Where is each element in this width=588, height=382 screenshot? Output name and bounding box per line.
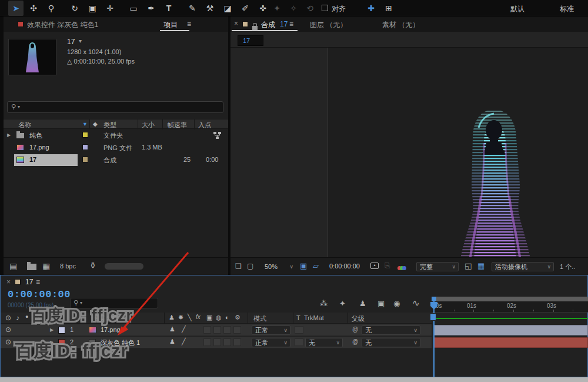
new-composition-icon[interactable]: ▦: [42, 261, 50, 271]
comp-mini-flowchart-icon[interactable]: ⁂: [320, 299, 328, 308]
eye-icon[interactable]: ⊙: [5, 338, 11, 346]
switch-box[interactable]: [213, 338, 221, 346]
hand-tool[interactable]: ✣: [26, 1, 41, 16]
marquee-grid-icon[interactable]: ⊞: [381, 1, 396, 16]
eye-icon[interactable]: ⊙: [5, 325, 11, 334]
camera-view-dropdown[interactable]: 活动摄像机 ∨: [492, 262, 554, 271]
label-chip[interactable]: [82, 132, 88, 138]
project-comp-name[interactable]: 17: [67, 38, 75, 46]
panel-menu-icon[interactable]: ≡: [36, 278, 40, 286]
solo-icon[interactable]: ●: [25, 314, 28, 320]
layer-name[interactable]: 17.png: [101, 326, 121, 333]
switch-box[interactable]: [223, 338, 231, 346]
workspace-standard[interactable]: 标准: [560, 4, 574, 14]
region-of-interest-icon[interactable]: ◱: [465, 261, 472, 270]
layer-label-chip[interactable]: [58, 327, 65, 334]
panel-menu-icon[interactable]: ≡: [289, 20, 293, 28]
workspace-default[interactable]: 默认: [510, 4, 524, 14]
column-name[interactable]: 名称: [18, 121, 31, 129]
shy-column-icon[interactable]: ♟: [169, 314, 175, 321]
tab-composition[interactable]: 合成: [261, 20, 275, 30]
t-checkbox[interactable]: [295, 326, 303, 334]
zoom-tool[interactable]: ⚲: [44, 1, 59, 16]
column-trkmat[interactable]: TrkMat: [304, 314, 324, 321]
threed-column-icon[interactable]: ⚙: [235, 314, 240, 321]
flowchart-icon[interactable]: [213, 132, 222, 139]
pickwhip-icon[interactable]: @: [352, 338, 358, 345]
switch-box[interactable]: [203, 338, 211, 346]
layer-2-duration-bar[interactable]: [433, 337, 588, 348]
new-folder-icon[interactable]: [27, 264, 36, 270]
tab-layer[interactable]: 图层 （无）: [310, 20, 347, 30]
column-mode[interactable]: 模式: [253, 314, 266, 323]
selection-tool[interactable]: ➤: [8, 1, 24, 16]
shy-layers-icon[interactable]: ♟: [359, 299, 366, 308]
shy-toggle-icon[interactable]: ♟: [169, 338, 175, 346]
column-size[interactable]: 大小: [142, 121, 155, 129]
safe-margins-icon[interactable]: ▱: [313, 261, 319, 270]
puppet-pin-tool[interactable]: ✜: [255, 1, 270, 16]
always-preview-icon[interactable]: ❏: [235, 262, 242, 270]
monitor-icon[interactable]: ▢: [247, 262, 253, 270]
eraser-tool[interactable]: ◪: [220, 1, 235, 16]
quality-toggle-icon[interactable]: ╱: [182, 325, 186, 333]
column-t[interactable]: T: [296, 314, 300, 321]
audio-icon[interactable]: ♪: [16, 314, 19, 322]
bit-depth-button[interactable]: 8 bpc: [60, 263, 76, 270]
expander-icon[interactable]: ▶: [50, 327, 54, 333]
dropdown-icon[interactable]: ▾: [79, 38, 82, 44]
channels-icon[interactable]: [397, 264, 405, 272]
time-ruler[interactable]: 0s 01s 02s 03s: [432, 301, 588, 313]
rotation-tool[interactable]: ↻: [67, 1, 82, 16]
motion-blur-column-icon[interactable]: ◍: [216, 314, 222, 321]
fx-column-icon[interactable]: fx: [196, 314, 201, 320]
adjustment-column-icon[interactable]: ◐: [225, 314, 229, 321]
item-name[interactable]: 纯色: [29, 131, 42, 140]
column-inpoint[interactable]: 入点: [198, 121, 211, 129]
transparency-grid-icon[interactable]: ▦: [477, 261, 485, 270]
column-framerate[interactable]: 帧速率: [168, 121, 187, 129]
parent-dropdown[interactable]: 无 ∨: [362, 338, 420, 347]
switch-box[interactable]: [213, 326, 221, 334]
pen-tool[interactable]: ✒: [143, 1, 159, 16]
work-area-bar[interactable]: [432, 297, 588, 301]
shape-tool[interactable]: ▭: [126, 1, 141, 16]
switch-box[interactable]: [233, 338, 241, 346]
resolution-dropdown[interactable]: 完整 ∨: [416, 262, 459, 271]
composition-viewer[interactable]: [230, 47, 588, 257]
type-tool[interactable]: T: [161, 1, 176, 16]
item-name[interactable]: 17: [29, 156, 36, 163]
brush-tool[interactable]: ✎: [185, 1, 200, 16]
show-snapshot-icon[interactable]: ⎘: [385, 261, 390, 270]
switch-box[interactable]: [223, 326, 231, 334]
column-type[interactable]: 类型: [103, 121, 116, 129]
pan-behind-tool[interactable]: ✛: [102, 1, 118, 16]
pickwhip-icon[interactable]: @: [352, 326, 358, 333]
project-row-png[interactable]: 17.png PNG 文件 1.3 MB: [4, 142, 228, 154]
tab-effect-controls[interactable]: 效果控件 深灰色 纯色1: [27, 20, 98, 30]
item-name[interactable]: 17.png: [29, 144, 49, 151]
interpret-footage-icon[interactable]: ▤: [9, 261, 17, 271]
snap-label[interactable]: 对齐: [332, 4, 346, 14]
tab-footage[interactable]: 素材 （无）: [382, 20, 419, 30]
motion-blur-icon[interactable]: ◉: [393, 299, 400, 308]
frame-blending-icon[interactable]: ▣: [377, 299, 385, 308]
camera-tool[interactable]: ▣: [85, 1, 100, 16]
clone-stamp-tool[interactable]: ⚒: [202, 1, 218, 16]
tag-icon[interactable]: ◆: [93, 121, 98, 127]
expander-icon[interactable]: ▶: [7, 132, 11, 138]
mask-feather-icon[interactable]: ✚: [363, 1, 379, 16]
column-parent[interactable]: 父级: [352, 314, 365, 323]
t-checkbox[interactable]: [295, 338, 303, 346]
playhead-marker[interactable]: [430, 301, 438, 310]
tab-composition-number[interactable]: 17: [280, 20, 288, 28]
close-icon[interactable]: ×: [234, 19, 238, 28]
layer-row-1[interactable]: ⊙ ▶ 1 17.png ♟ ╱ 正常 ∨ @ 无 ∨: [1, 324, 432, 336]
eye-icon[interactable]: ⊙: [5, 314, 11, 322]
timeline-tab[interactable]: 17: [25, 278, 33, 286]
horizontal-scrollbar[interactable]: [105, 263, 143, 270]
draft-3d-icon[interactable]: ✦: [339, 299, 346, 308]
collapse-column-icon[interactable]: ✸: [178, 314, 183, 321]
sort-desc-icon[interactable]: ▼: [82, 121, 88, 127]
switch-box[interactable]: [233, 326, 241, 334]
